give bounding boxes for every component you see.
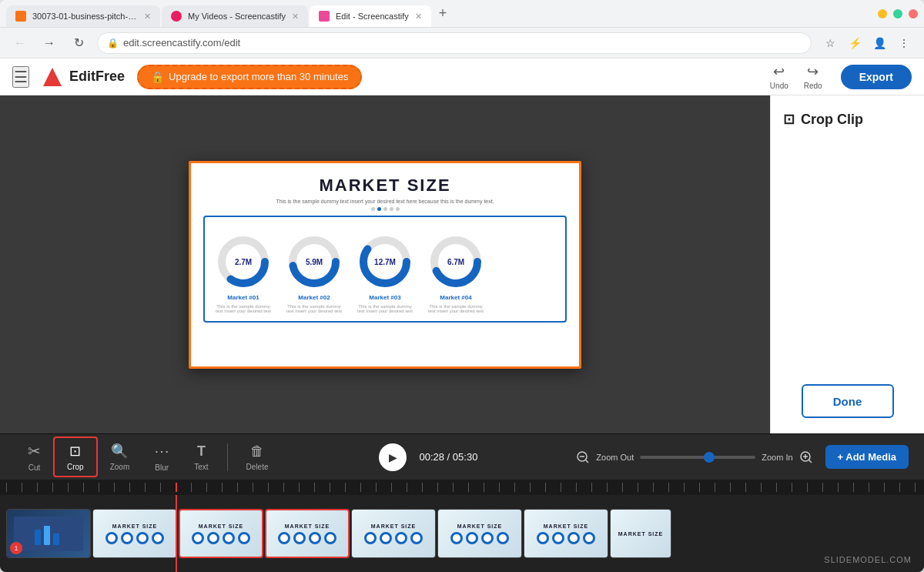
- done-button[interactable]: Done: [802, 384, 894, 418]
- new-tab-button[interactable]: +: [433, 5, 454, 22]
- app-logo: EditFree: [42, 66, 125, 88]
- timeline-clip-7[interactable]: MARKET SIZE: [524, 509, 608, 558]
- canvas-area: MARKET SIZE This is the sample dummy tex…: [0, 95, 770, 433]
- zoom-out-label: Zoom Out: [596, 453, 634, 462]
- timeline-clip-6[interactable]: MARKET SIZE: [437, 509, 522, 558]
- tab2-close[interactable]: ✕: [292, 12, 299, 22]
- slide-preview: MARKET SIZE This is the sample dummy tex…: [189, 161, 581, 369]
- clip-label-2: MARKET SIZE: [112, 523, 157, 529]
- browser-tab-1[interactable]: 30073-01-business-pitch-deck... ✕: [6, 5, 160, 27]
- dot-2: [377, 207, 381, 211]
- market-item-4: 6.7M Market #04 This is the sample dummy…: [425, 232, 487, 313]
- timeline-clip-4[interactable]: MARKET SIZE: [265, 509, 350, 558]
- tab3-label: Edit - Screencastify: [336, 12, 409, 21]
- undo-button[interactable]: ↩ Undo: [764, 60, 795, 93]
- close-button[interactable]: [909, 9, 918, 18]
- maximize-button[interactable]: [893, 9, 902, 18]
- redo-button[interactable]: ↪ Redo: [798, 60, 829, 93]
- zoom-icon: 🔍: [111, 443, 128, 460]
- donut-label-1: 2.7M: [235, 257, 252, 266]
- minimize-button[interactable]: [878, 9, 887, 18]
- clip-label-3: MARKET SIZE: [199, 523, 243, 529]
- blur-tool[interactable]: ⋯ Blur: [142, 437, 182, 477]
- svg-rect-18: [53, 534, 59, 545]
- donut-label-4: 6.7M: [447, 257, 464, 266]
- markets-container: 2.7M Market #01 This is the sample dummy…: [203, 216, 567, 323]
- url-text: edit.screencastify.com/edit: [123, 37, 802, 49]
- svg-line-11: [585, 460, 588, 463]
- upgrade-label: Upgrade to export more than 30 minutes: [169, 71, 348, 82]
- panel-title-text: Crop Clip: [801, 112, 863, 128]
- zoom-in-button[interactable]: [799, 450, 813, 464]
- panel-title: ⊡ Crop Clip: [783, 111, 863, 128]
- profile-button[interactable]: 👤: [869, 32, 890, 54]
- timeline-clip-5[interactable]: MARKET SIZE: [351, 509, 436, 558]
- crop-panel: ⊡ Crop Clip Done: [770, 95, 924, 433]
- browser-frame: 30073-01-business-pitch-deck... ✕ My Vid…: [0, 0, 924, 572]
- zoom-out-button[interactable]: [576, 450, 590, 464]
- zoom-slider[interactable]: [640, 456, 755, 459]
- url-bar[interactable]: 🔒 edit.screencastify.com/edit: [97, 32, 812, 54]
- zoom-in-label: Zoom In: [762, 453, 792, 462]
- clip-circles-4: [278, 532, 336, 544]
- crop-label: Crop: [67, 463, 84, 471]
- donut-chart-2: 5.9M: [285, 232, 343, 291]
- tab2-favicon: [171, 11, 182, 22]
- dot-3: [383, 207, 387, 211]
- hamburger-menu[interactable]: ☰: [12, 66, 29, 88]
- logo-icon: [42, 66, 63, 88]
- market-item-2: 5.9M Market #02 This is the sample dummy…: [283, 232, 345, 313]
- tab3-close[interactable]: ✕: [415, 12, 422, 22]
- slide-content: MARKET SIZE This is the sample dummy tex…: [191, 163, 579, 366]
- lock-icon: 🔒: [107, 38, 119, 49]
- text-icon: T: [197, 443, 206, 460]
- timeline-strip[interactable]: 1 MARKET SIZE: [0, 495, 924, 572]
- forward-button[interactable]: →: [38, 32, 60, 54]
- timeline-clip-2[interactable]: MARKET SIZE: [92, 509, 177, 558]
- dot-4: [390, 207, 393, 211]
- clip-circles-3: [192, 532, 250, 544]
- donut-label-2: 5.9M: [306, 257, 323, 266]
- cut-tool[interactable]: ✂ Cut: [15, 437, 53, 477]
- bookmark-button[interactable]: ☆: [819, 32, 841, 54]
- clip-thumb-7: MARKET SIZE: [524, 510, 608, 557]
- zoom-controls: Zoom Out Zoom In: [576, 450, 812, 464]
- tab1-close[interactable]: ✕: [144, 12, 151, 22]
- timeline-cursor: [176, 483, 177, 492]
- back-button[interactable]: ←: [9, 32, 31, 54]
- browser-actions: ☆ ⚡ 👤 ⋮: [819, 32, 915, 54]
- app-area: ☰ EditFree 🔒 Upgrade to export more than…: [0, 59, 924, 572]
- export-button[interactable]: Export: [841, 65, 912, 89]
- timeline-clip-8[interactable]: MARKET SIZE: [610, 509, 671, 558]
- clip-thumb-6: MARKET SIZE: [438, 510, 521, 557]
- extension-button[interactable]: ⚡: [844, 32, 865, 54]
- browser-tab-3[interactable]: Edit - Screencastify ✕: [310, 5, 431, 27]
- cut-icon: ✂: [28, 442, 41, 460]
- clip-circles-7: [537, 532, 595, 544]
- blur-icon: ⋯: [154, 442, 169, 460]
- zoom-out-icon: [576, 450, 590, 464]
- zoom-tool[interactable]: 🔍 Zoom: [98, 438, 142, 476]
- time-separator: /: [447, 451, 453, 463]
- play-button[interactable]: ▶: [379, 443, 407, 471]
- clip-thumb-inner-1: [14, 517, 83, 551]
- clip-thumb-5: MARKET SIZE: [352, 510, 435, 557]
- browser-tab-2[interactable]: My Videos - Screencastify ✕: [162, 5, 308, 27]
- delete-button[interactable]: 🗑 Delete: [234, 439, 281, 476]
- text-tool[interactable]: T Text: [182, 439, 220, 476]
- timeline-clip-3[interactable]: MARKET SIZE: [179, 509, 263, 558]
- clip-circles-6: [450, 532, 509, 544]
- clip-thumb-8: MARKET SIZE: [611, 510, 671, 557]
- clip-circles-5: [364, 532, 423, 544]
- upgrade-button[interactable]: 🔒 Upgrade to export more than 30 minutes: [137, 65, 362, 89]
- timeline-clip-1[interactable]: 1: [6, 509, 91, 558]
- reload-button[interactable]: ↻: [68, 32, 89, 54]
- ruler-ticks: [6, 483, 918, 492]
- crop-tool[interactable]: ⊡ Crop: [53, 437, 98, 477]
- settings-button[interactable]: ⋮: [893, 32, 915, 54]
- market-item-1: 2.7M Market #01 This is the sample dummy…: [213, 232, 274, 313]
- add-media-button[interactable]: + Add Media: [825, 445, 909, 469]
- market-desc-3: This is the sample dummy text insert you…: [354, 304, 416, 313]
- app-name: EditFree: [69, 69, 125, 85]
- donut-chart-3: 12.7M: [356, 232, 414, 291]
